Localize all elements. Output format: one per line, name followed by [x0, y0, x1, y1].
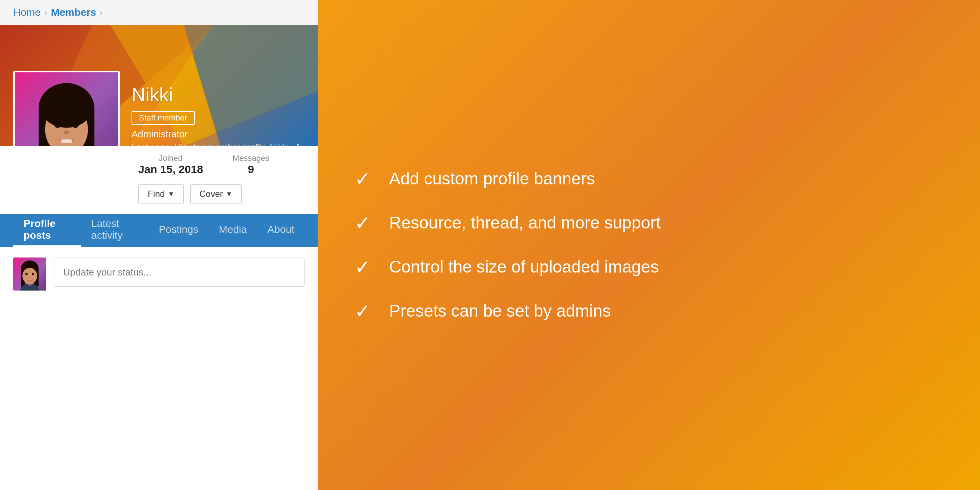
tab-profile-posts[interactable]: Profile posts — [13, 214, 81, 247]
post-avatar-svg — [13, 258, 46, 291]
status-input[interactable] — [54, 258, 305, 287]
left-panel: Home › Members › — [0, 0, 318, 490]
profile-details: Joined Jan 15, 2018 Messages 9 Find ▼ Co… — [138, 154, 305, 204]
breadcrumb: Home › Members › — [0, 0, 318, 25]
svg-point-20 — [22, 268, 37, 284]
feature-item-1: ✓ Add custom profile banners — [355, 168, 943, 190]
stats-row: Joined Jan 15, 2018 Messages 9 — [138, 154, 305, 176]
feature-text-4: Presets can be set by admins — [389, 300, 611, 322]
tab-about[interactable]: About — [257, 214, 305, 247]
tab-media[interactable]: Media — [209, 214, 257, 247]
svg-point-14 — [40, 85, 93, 128]
action-buttons: Find ▼ Cover ▼ — [138, 185, 305, 204]
feature-text-1: Add custom profile banners — [389, 168, 595, 190]
post-input-wrap — [54, 258, 305, 287]
messages-value: 9 — [232, 163, 269, 176]
stat-joined: Joined Jan 15, 2018 — [138, 154, 203, 176]
check-icon-3: ✓ — [355, 258, 371, 277]
profile-section: Joined Jan 15, 2018 Messages 9 Find ▼ Co… — [0, 146, 318, 214]
feature-item-3: ✓ Control the size of uploaded images — [355, 256, 943, 278]
breadcrumb-sep1: › — [45, 7, 48, 18]
stat-messages: Messages 9 — [232, 154, 269, 176]
svg-point-22 — [32, 273, 34, 275]
joined-label: Joined — [138, 154, 203, 163]
post-area — [0, 247, 318, 490]
dropdown-arrow-icon: ▼ — [168, 190, 175, 198]
joined-value: Jan 15, 2018 — [138, 163, 203, 176]
right-panel: ✓ Add custom profile banners ✓ Resource,… — [318, 0, 980, 490]
check-icon-4: ✓ — [355, 302, 371, 321]
breadcrumb-sep2: › — [100, 7, 103, 18]
check-icon-1: ✓ — [355, 169, 371, 188]
svg-point-12 — [64, 131, 70, 134]
svg-point-21 — [25, 273, 27, 275]
staff-badge: Staff member — [132, 111, 195, 125]
profile-layout: Nikki Staff member Administrator Last se… — [0, 25, 318, 214]
tabs-bar: Profile posts Latest activity Postings M… — [0, 214, 318, 247]
feature-item-2: ✓ Resource, thread, and more support — [355, 212, 943, 234]
breadcrumb-home[interactable]: Home — [13, 6, 41, 18]
post-avatar — [13, 258, 46, 291]
feature-text-3: Control the size of uploaded images — [389, 256, 659, 278]
tab-latest-activity[interactable]: Latest activity — [81, 214, 148, 247]
check-icon-2: ✓ — [355, 213, 371, 232]
svg-rect-13 — [61, 140, 72, 143]
cover-button[interactable]: Cover ▼ — [190, 185, 242, 204]
feature-item-4: ✓ Presets can be set by admins — [355, 300, 943, 322]
find-button[interactable]: Find ▼ — [138, 185, 184, 204]
breadcrumb-members[interactable]: Members — [51, 6, 96, 18]
dropdown-arrow-icon2: ▼ — [226, 190, 232, 198]
messages-label: Messages — [232, 154, 269, 163]
user-role: Administrator — [132, 129, 318, 140]
profile-name: Nikki — [132, 84, 318, 106]
feature-text-2: Resource, thread, and more support — [389, 212, 661, 234]
tab-postings[interactable]: Postings — [148, 214, 208, 247]
